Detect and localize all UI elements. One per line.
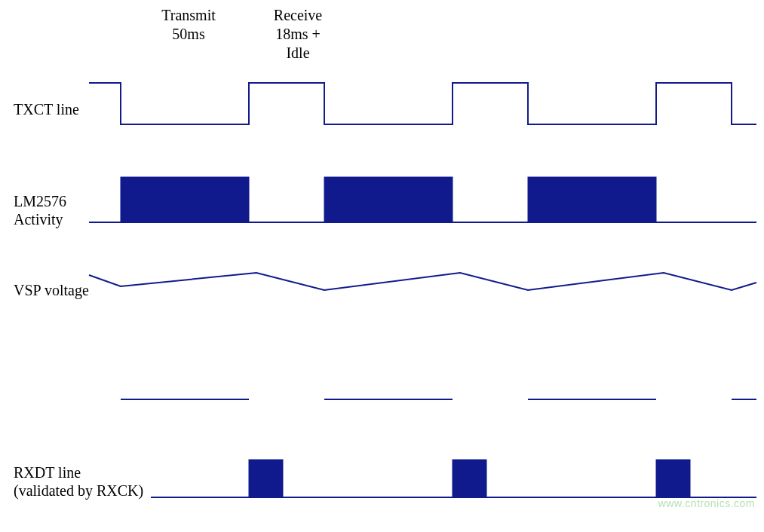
- rxdt-pulse-1: [249, 460, 283, 497]
- timing-diagram: [0, 0, 764, 532]
- txct-waveform: [89, 83, 756, 124]
- lm2576-burst-1: [121, 177, 249, 222]
- rxdt-pulse-3: [656, 460, 690, 497]
- lm2576-burst-3: [528, 177, 656, 222]
- rxdt-pulse-2: [453, 460, 486, 497]
- vsp-waveform: [89, 273, 756, 290]
- lm2576-burst-2: [324, 177, 453, 222]
